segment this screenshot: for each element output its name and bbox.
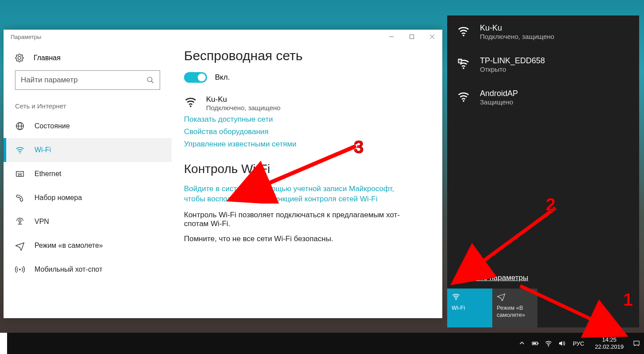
svg-point-22 bbox=[456, 299, 457, 300]
flyout-network-item[interactable]: TP-LINK_EDD658 Открыто bbox=[447, 48, 639, 81]
svg-rect-25 bbox=[533, 343, 537, 344]
network-name: Ku-Ku bbox=[206, 95, 280, 104]
maximize-button[interactable] bbox=[402, 30, 422, 44]
search-icon bbox=[146, 76, 154, 84]
sidebar: Главная Найти параметр Сеть и Интернет С… bbox=[4, 44, 172, 318]
window-title: Параметры bbox=[11, 34, 41, 40]
flyout-network-item[interactable]: Ku-Ku Подключено, защищено bbox=[447, 15, 639, 48]
nav-label: Wi-Fi bbox=[34, 146, 51, 154]
taskbar: РУС 14:25 22.02.2019 bbox=[0, 333, 644, 354]
ethernet-icon bbox=[15, 169, 25, 179]
network-name: Ku-Ku bbox=[480, 23, 554, 33]
svg-rect-24 bbox=[538, 343, 539, 344]
speaker-icon[interactable] bbox=[558, 339, 566, 347]
nav-hotspot[interactable]: Мобильный хот-спот bbox=[4, 258, 172, 281]
main-pane: Беспроводная сеть Вкл. Ku-Ku Подключено,… bbox=[172, 44, 442, 318]
svg-rect-1 bbox=[410, 35, 414, 39]
svg-point-21 bbox=[463, 100, 464, 102]
page-title: Беспроводная сеть bbox=[184, 48, 430, 63]
action-center-icon[interactable] bbox=[632, 339, 640, 347]
svg-point-4 bbox=[147, 77, 152, 82]
language-indicator[interactable]: РУС bbox=[573, 340, 584, 347]
globe-icon bbox=[15, 121, 25, 131]
close-button[interactable] bbox=[422, 30, 442, 44]
connected-network[interactable]: Ku-Ku Подключено, защищено bbox=[184, 95, 430, 112]
nav-wifi[interactable]: Wi-Fi bbox=[4, 138, 172, 162]
airplane-icon bbox=[497, 292, 506, 301]
nav-label: Состояние bbox=[34, 122, 70, 130]
wifi-icon bbox=[452, 292, 460, 301]
wifi-open-icon bbox=[457, 57, 470, 70]
wifi-icon[interactable] bbox=[544, 339, 552, 347]
airplane-icon bbox=[15, 241, 25, 250]
svg-point-19 bbox=[463, 35, 464, 36]
wifi-control-plain-2: Помните, что не все сети Wi-Fi безопасны… bbox=[184, 235, 405, 243]
battery-icon[interactable] bbox=[531, 339, 539, 347]
titlebar: Параметры bbox=[4, 30, 442, 44]
link-show-networks[interactable]: Показать доступные сети bbox=[184, 115, 430, 124]
svg-point-16 bbox=[19, 219, 21, 222]
network-status: Открыто bbox=[480, 65, 545, 73]
nav-label: VPN bbox=[34, 218, 49, 226]
taskbar-left-highlight bbox=[0, 333, 7, 354]
network-settings-link[interactable]: Сетевые параметры bbox=[447, 269, 639, 287]
nav-label: Мобильный хот-спот bbox=[34, 266, 102, 273]
flyout-network-item[interactable]: AndroidAP Защищено bbox=[447, 81, 639, 114]
wifi-icon bbox=[457, 24, 470, 38]
date: 22.02.2019 bbox=[595, 343, 624, 350]
search-input[interactable]: Найти параметр bbox=[15, 70, 160, 90]
wifi-icon bbox=[15, 145, 25, 155]
link-signin-ms[interactable]: Войдите в систему с помощью учетной запи… bbox=[184, 184, 414, 204]
annotation-marker-2: 2 bbox=[546, 195, 556, 215]
svg-rect-27 bbox=[634, 341, 639, 345]
nav-status[interactable]: Состояние bbox=[4, 114, 172, 138]
nav-dialup[interactable]: Набор номера bbox=[4, 186, 172, 210]
svg-rect-11 bbox=[19, 174, 21, 177]
wifi-control-plain-1: Контроль Wi-Fi позволяет подключаться к … bbox=[184, 211, 405, 228]
nav-vpn[interactable]: VPN bbox=[4, 210, 172, 234]
nav-airplane[interactable]: Режим «в самолете» bbox=[4, 234, 172, 258]
svg-point-9 bbox=[19, 153, 20, 154]
svg-line-5 bbox=[151, 81, 153, 83]
network-status: Подключено, защищено bbox=[480, 33, 554, 40]
tray-chevron-icon[interactable] bbox=[518, 339, 526, 347]
tile-label: Режим «В самолете» bbox=[497, 304, 533, 318]
minimize-icon bbox=[389, 34, 394, 39]
maximize-icon bbox=[409, 34, 414, 39]
nav-label: Режим «в самолете» bbox=[34, 242, 103, 250]
time: 14:25 bbox=[595, 336, 624, 343]
network-status: Защищено bbox=[480, 98, 518, 106]
wifi-toggle[interactable] bbox=[184, 72, 207, 83]
nav-label: Набор номера bbox=[34, 194, 82, 202]
annotation-marker-1: 1 bbox=[623, 290, 633, 310]
search-placeholder: Найти параметр bbox=[21, 76, 146, 85]
svg-rect-10 bbox=[16, 172, 24, 177]
wifi-control-title: Контроль Wi-Fi bbox=[184, 162, 430, 176]
network-name: AndroidAP bbox=[480, 89, 518, 98]
hotspot-icon bbox=[15, 265, 25, 274]
close-icon bbox=[429, 34, 435, 39]
network-flyout: Ku-Ku Подключено, защищено TP-LINK_EDD65… bbox=[447, 15, 639, 327]
settings-window: Параметры Главная Найти параметр Сеть и … bbox=[4, 30, 442, 318]
quick-tile-airplane[interactable]: Режим «В самолете» bbox=[492, 289, 537, 327]
network-name: TP-LINK_EDD658 bbox=[480, 56, 545, 65]
dialup-icon bbox=[15, 193, 25, 203]
wifi-icon bbox=[457, 90, 470, 103]
link-known-networks[interactable]: Управление известными сетями bbox=[184, 140, 430, 149]
system-tray: РУС 14:25 22.02.2019 bbox=[518, 336, 640, 350]
nav-ethernet[interactable]: Ethernet bbox=[4, 162, 172, 186]
svg-point-26 bbox=[548, 346, 549, 346]
link-hardware-props[interactable]: Свойства оборудования bbox=[184, 127, 430, 136]
home-label: Главная bbox=[34, 54, 61, 62]
gear-icon bbox=[15, 54, 24, 62]
minimize-button[interactable] bbox=[381, 30, 402, 44]
network-status: Подключено, защищено bbox=[206, 104, 280, 112]
clock[interactable]: 14:25 22.02.2019 bbox=[595, 336, 624, 350]
svg-point-18 bbox=[190, 105, 192, 107]
annotation-marker-3: 3 bbox=[354, 137, 364, 157]
quick-tile-wifi[interactable]: Wi-Fi bbox=[447, 289, 492, 327]
tile-label: Wi-Fi bbox=[452, 304, 488, 312]
home-button[interactable]: Главная bbox=[4, 48, 172, 68]
wifi-icon bbox=[184, 95, 197, 108]
svg-point-20 bbox=[463, 67, 464, 69]
